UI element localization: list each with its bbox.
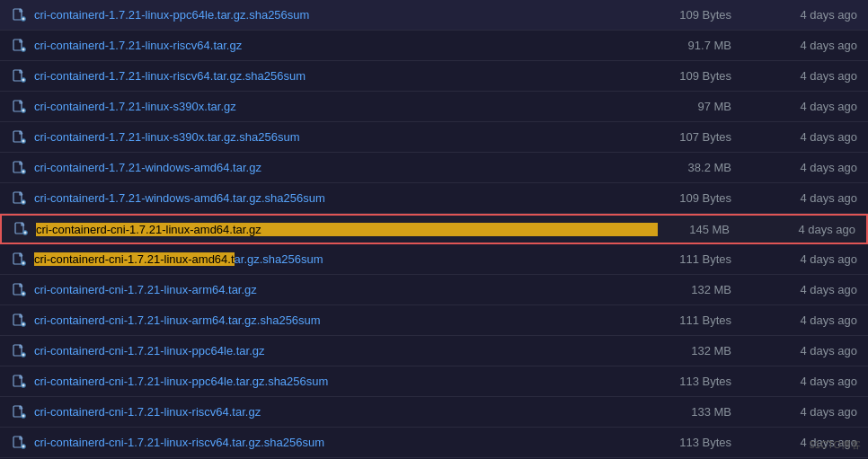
svg-rect-22 (13, 345, 22, 356)
file-name[interactable]: cri-containerd-cni-1.7.21-linux-amd64.ta… (36, 223, 658, 236)
file-name[interactable]: cri-containerd-cni-1.7.21-linux-riscv64.… (34, 405, 660, 419)
file-icon (11, 68, 27, 84)
file-icon (11, 343, 27, 359)
file-size: 38.2 MB (660, 161, 749, 174)
file-date: 4 days ago (749, 39, 857, 52)
file-date: 4 days ago (749, 130, 857, 144)
file-size: 111 Bytes (660, 252, 749, 266)
file-date: 4 days ago (749, 313, 857, 327)
file-size: 111 Bytes (660, 313, 749, 327)
file-date: 4 days ago (749, 100, 857, 113)
file-name[interactable]: cri-containerd-cni-1.7.21-linux-arm64.ta… (34, 313, 660, 327)
file-date: 4 days ago (749, 375, 857, 388)
table-row[interactable]: cri-containerd-cni-1.7.21-linux-riscv64.… (0, 397, 868, 428)
table-row[interactable]: cri-containerd-1.7.21-linux-s390x.tar.gz… (0, 92, 868, 122)
file-icon (11, 435, 27, 451)
file-icon (11, 313, 27, 329)
file-date: 4 days ago (749, 405, 857, 419)
file-size: 113 Bytes (660, 375, 749, 388)
svg-rect-26 (13, 406, 22, 417)
svg-rect-0 (13, 9, 22, 20)
file-name[interactable]: cri-containerd-cni-1.7.21-linux-ppc64le.… (34, 344, 660, 357)
table-row[interactable]: cri-containerd-cni-1.7.21-linux-riscv64.… (0, 428, 868, 458)
table-row[interactable]: cri-containerd-cni-1.7.21-linux-ppc64le.… (0, 336, 868, 366)
table-row[interactable]: cri-containerd-1.7.21-windows-amd64.tar.… (0, 153, 868, 183)
file-name[interactable]: cri-containerd-1.7.21-linux-ppc64le.tar.… (34, 8, 660, 22)
file-size: 132 MB (660, 283, 749, 296)
svg-rect-6 (13, 101, 22, 111)
file-size: 109 Bytes (660, 191, 749, 205)
file-size: 91.7 MB (660, 39, 749, 52)
table-row[interactable]: cri-containerd-1.7.21-linux-riscv64.tar.… (0, 61, 868, 92)
file-date: 4 days ago (749, 161, 857, 174)
svg-rect-24 (13, 375, 22, 386)
file-size: 132 MB (660, 344, 749, 357)
file-icon (11, 190, 27, 207)
file-size: 97 MB (660, 100, 749, 113)
svg-rect-2 (13, 40, 22, 50)
file-icon (13, 221, 29, 237)
file-date: 4 days ago (748, 223, 855, 236)
file-name[interactable]: cri-containerd-1.7.21-linux-riscv64.tar.… (34, 69, 660, 83)
file-size: 133 MB (660, 405, 749, 419)
table-row[interactable]: cri-containerd-cni-1.7.21-linux-amd64.ta… (0, 244, 868, 275)
table-row[interactable]: cri-containerd-1.7.21-linux-ppc64le.tar.… (0, 0, 868, 31)
table-row[interactable]: cri-containerd-cni-1.7.21-linux-arm64.ta… (0, 275, 868, 305)
svg-rect-18 (13, 284, 22, 295)
file-size: 145 MB (658, 223, 748, 236)
svg-rect-16 (13, 253, 22, 264)
file-icon (11, 404, 27, 420)
file-name[interactable]: cri-containerd-1.7.21-linux-s390x.tar.gz… (34, 130, 660, 144)
file-date: 4 days ago (749, 8, 857, 22)
file-date: 4 days ago (749, 344, 857, 357)
file-name[interactable]: cri-containerd-1.7.21-windows-amd64.tar.… (34, 161, 660, 174)
svg-rect-20 (13, 314, 22, 325)
svg-rect-10 (13, 162, 22, 172)
file-icon (11, 99, 27, 115)
table-row[interactable]: cri-containerd-cni-1.7.21-linux-amd64.ta… (0, 214, 868, 244)
table-row[interactable]: cri-containerd-1.7.21-linux-s390x.tar.gz… (0, 122, 868, 153)
file-icon (11, 7, 27, 23)
table-row[interactable]: cri-containerd-cni-1.7.21-linux-arm64.ta… (0, 305, 868, 336)
file-name[interactable]: cri-containerd-cni-1.7.21-linux-ppc64le.… (34, 375, 660, 388)
file-date: 4 days ago (749, 252, 857, 266)
file-size: 113 Bytes (660, 436, 749, 449)
file-icon (11, 38, 27, 54)
file-date: 4 days ago (749, 69, 857, 83)
file-name[interactable]: cri-containerd-1.7.21-windows-amd64.tar.… (34, 191, 660, 205)
watermark: 51CTO博客 (810, 438, 861, 452)
file-icon (11, 160, 27, 176)
svg-rect-8 (13, 131, 22, 142)
svg-rect-28 (13, 437, 22, 447)
svg-rect-12 (13, 192, 22, 203)
file-name[interactable]: cri-containerd-cni-1.7.21-linux-riscv64.… (34, 436, 660, 449)
svg-rect-14 (15, 223, 23, 234)
svg-rect-4 (13, 70, 22, 81)
file-size: 107 Bytes (660, 130, 749, 144)
file-date: 4 days ago (749, 283, 857, 296)
file-size: 109 Bytes (660, 69, 749, 83)
file-icon (11, 374, 27, 390)
table-row[interactable]: cri-containerd-1.7.21-linux-riscv64.tar.… (0, 31, 868, 61)
file-name[interactable]: cri-containerd-1.7.21-linux-riscv64.tar.… (34, 39, 660, 52)
file-icon (11, 252, 27, 268)
table-row[interactable]: cri-containerd-1.7.21-windows-amd64.tar.… (0, 183, 868, 214)
file-name[interactable]: cri-containerd-1.7.21-linux-s390x.tar.gz (34, 100, 660, 113)
file-name[interactable]: cri-containerd-cni-1.7.21-linux-arm64.ta… (34, 283, 660, 296)
file-size: 109 Bytes (660, 8, 749, 22)
file-icon (11, 282, 27, 298)
file-name[interactable]: cri-containerd-cni-1.7.21-linux-amd64.ta… (34, 252, 660, 266)
table-row[interactable]: cri-containerd-cni-1.7.21-linux-ppc64le.… (0, 366, 868, 397)
file-list: cri-containerd-1.7.21-linux-ppc64le.tar.… (0, 0, 868, 459)
file-date: 4 days ago (749, 191, 857, 205)
file-icon (11, 129, 27, 146)
